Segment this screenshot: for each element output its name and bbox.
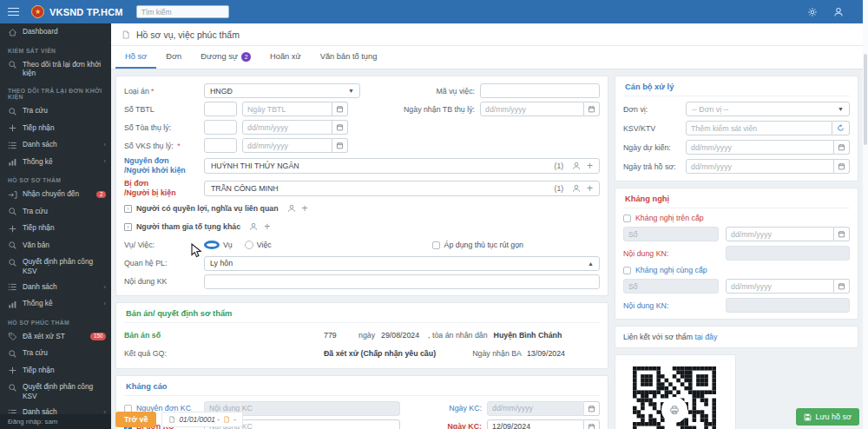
user-icon[interactable] — [833, 7, 844, 17]
tren-cap-date-input[interactable] — [726, 227, 834, 241]
tab-hoan-xu[interactable]: Hoãn xử — [260, 46, 311, 69]
bi-don-field[interactable]: TRẦN CÔNG MINH (1) + — [204, 181, 600, 196]
gear-icon[interactable] — [807, 7, 818, 17]
login-status: Đăng nhập: sam — [0, 414, 111, 429]
calendar-icon[interactable] — [332, 138, 348, 153]
sidebar-item-theo-doi-tra-lai-on-khoi-kien[interactable]: Theo dõi trả lại đơn khởi kiện — [0, 56, 111, 82]
sidebar-item-nhan-chuyen-en[interactable]: Nhận chuyển đến2 — [0, 186, 111, 203]
tab-ho-so[interactable]: Hồ sơ — [115, 46, 156, 69]
calendar-icon[interactable] — [584, 419, 600, 429]
sidebar-item-tra-cuu[interactable]: Tra cứu — [0, 102, 111, 120]
sidebar-item-danh-sach[interactable]: Danh sách› — [0, 279, 111, 296]
calendar-icon[interactable] — [332, 102, 348, 116]
sidebar-item-tiep-nhan[interactable]: Tiếp nhận — [0, 120, 111, 137]
menu-toggle-icon[interactable] — [0, 0, 26, 23]
rut-gon-checkbox[interactable] — [432, 241, 440, 249]
scrollbar-thumb[interactable] — [864, 54, 867, 145]
ngay-vks-input[interactable] — [242, 138, 332, 153]
noi-dung-kk-input[interactable] — [204, 274, 600, 289]
cung-cap-noidung-input[interactable] — [726, 298, 850, 313]
calendar-icon[interactable] — [834, 227, 850, 241]
search-icon — [8, 349, 17, 359]
calendar-icon[interactable] — [834, 140, 850, 155]
undo-icon[interactable] — [832, 121, 850, 135]
tren-cap-so-input[interactable] — [623, 227, 719, 241]
tab-duong-su[interactable]: Đương sự2 — [191, 46, 260, 69]
tren-cap-noidung-label: Nội dung KN: — [623, 249, 726, 258]
person-icon[interactable] — [249, 222, 258, 231]
document-chip[interactable]: 01/01/0001 - - — [161, 412, 242, 427]
don-vi-select[interactable]: -- Đơn vị --▼ — [686, 102, 850, 116]
sidebar-item-danh-sach[interactable]: Danh sách› — [0, 136, 111, 154]
khang-nghi-cung-cap-row[interactable]: Kháng nghị cùng cấp — [623, 266, 850, 274]
person-icon[interactable] — [572, 184, 581, 193]
so-toa-input[interactable] — [204, 120, 237, 135]
person-icon[interactable] — [572, 162, 581, 170]
calendar-icon[interactable] — [834, 159, 850, 174]
nguyen-don-kc-date[interactable] — [487, 401, 584, 416]
tab-don[interactable]: Đơn — [156, 46, 191, 69]
sidebar-item-thong-ke[interactable]: Thống kê› — [0, 295, 111, 313]
khang-cao-header: Kháng cáo — [124, 381, 600, 396]
ma-vu-viec-label: Mã vụ việc: — [437, 87, 476, 96]
scrollbar[interactable] — [863, 0, 868, 429]
loai-an-label: Loại án* — [124, 87, 204, 96]
ngay-tbtl-input[interactable] — [242, 102, 332, 116]
printer-icon[interactable] — [663, 399, 686, 421]
so-tbtl-input[interactable] — [204, 102, 237, 116]
loai-an-select[interactable]: HNGĐ▼ — [204, 83, 360, 98]
sidebar-item-thong-ke[interactable]: Thống kê› — [0, 154, 111, 171]
radio-viec[interactable] — [245, 241, 253, 249]
calendar-icon[interactable] — [584, 401, 600, 416]
ngay-nhan-tb-input[interactable] — [480, 102, 584, 116]
ngay-tra-input[interactable] — [686, 159, 834, 174]
sidebar-item-tra-cuu[interactable]: Tra cứu — [0, 345, 111, 362]
save-button[interactable]: Lưu hồ sơ — [796, 408, 859, 426]
sidebar-item-van-ban[interactable]: Văn bản — [0, 237, 111, 254]
tren-cap-checkbox[interactable] — [623, 214, 631, 222]
calendar-icon[interactable] — [332, 120, 348, 135]
sidebar-item-a-xet-xu-st[interactable]: Đã xét xử ST150 — [0, 328, 111, 346]
footer-actions: Trở về 01/01/0001 - - — [115, 412, 243, 427]
bi-don-kc-date[interactable] — [487, 419, 584, 429]
expand-icon[interactable]: › — [124, 205, 132, 213]
sidebar-item-quyet-inh-phan-cong-ksv[interactable]: Quyết định phân công KSV — [0, 254, 111, 279]
nguyen-don-field[interactable]: HUỲNH THI THỦY NGÂN (1) + — [204, 158, 600, 174]
khang-nghi-tren-cap-row[interactable]: Kháng nghị trên cấp — [623, 214, 850, 222]
tren-cap-noidung-input[interactable] — [726, 246, 850, 261]
so-tham-link[interactable]: tại đây — [694, 333, 717, 341]
cung-cap-date-input[interactable] — [726, 279, 834, 294]
person-icon[interactable] — [287, 204, 296, 213]
calendar-icon[interactable] — [584, 102, 600, 116]
add-nguyen-don-icon[interactable]: + — [587, 161, 593, 171]
tab-van-ban-to-tung[interactable]: Văn bản tố tụng — [311, 46, 387, 69]
sidebar-item-quyet-inh-phan-cong-ksv[interactable]: Quyết định phân công KSV — [0, 379, 111, 404]
ngay-toa-input[interactable] — [242, 120, 332, 135]
brand-title: VKSND TP.HCM — [49, 7, 123, 17]
ban-an-so-link[interactable]: Bản án số — [124, 331, 161, 340]
sidebar-item-tiep-nhan[interactable]: Tiếp nhận — [0, 220, 111, 237]
search-icon — [8, 258, 17, 267]
ngay-du-kien-input[interactable] — [686, 140, 834, 155]
add-tham-gia-icon[interactable]: + — [264, 221, 270, 232]
ma-vu-viec-input[interactable] — [480, 83, 600, 98]
sidebar-item-tra-cuu[interactable]: Tra cứu — [0, 203, 111, 221]
calendar-icon[interactable] — [834, 279, 850, 294]
so-vks-input[interactable] — [204, 138, 237, 153]
global-search-input[interactable] — [136, 5, 229, 18]
back-button[interactable]: Trở về — [115, 412, 156, 427]
add-quyen-loi-icon[interactable]: + — [302, 203, 308, 214]
sidebar-nav: DashboardKIỂM SÁT VIÊNTheo dõi trả lại đ… — [0, 23, 111, 429]
radio-vu[interactable] — [204, 241, 220, 249]
ksv-input[interactable] — [686, 121, 832, 135]
add-bi-don-icon[interactable]: + — [587, 183, 593, 194]
sidebar-item-dashboard[interactable]: Dashboard — [0, 23, 111, 41]
quan-he-select[interactable]: Ly hôn▲ — [204, 256, 600, 271]
cung-cap-so-input[interactable] — [623, 279, 719, 294]
plus-icon — [8, 224, 17, 234]
expand-icon[interactable]: › — [124, 223, 132, 231]
sidebar-item-label: Văn bản — [23, 241, 106, 249]
can-bo-panel: Cán bộ xử lý Đơn vị: -- Đơn vị --▼ KSV/K… — [615, 76, 858, 182]
cung-cap-checkbox[interactable] — [623, 267, 631, 274]
sidebar-item-tiep-nhan[interactable]: Tiếp nhận — [0, 362, 111, 380]
